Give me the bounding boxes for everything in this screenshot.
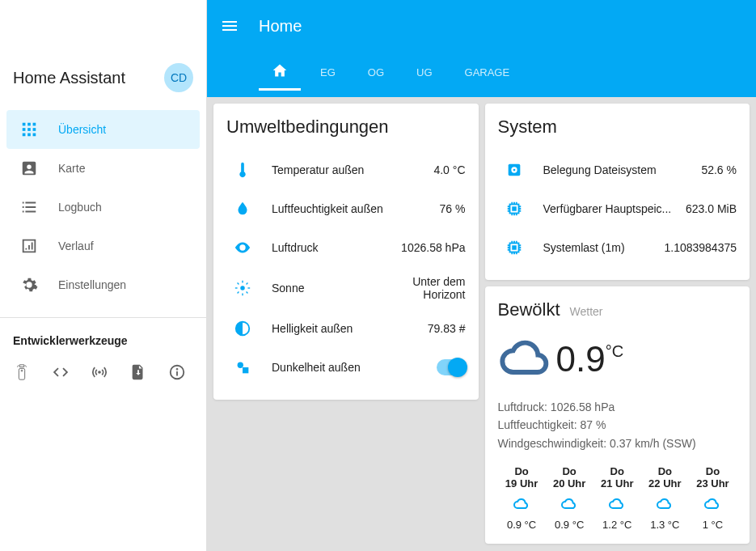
sidebar-item-label: Einstellungen bbox=[58, 278, 126, 291]
sidebar-item-label: Karte bbox=[58, 162, 85, 175]
dev-tools-title: Entwicklerwerkzeuge bbox=[0, 324, 206, 354]
forecast-item: Do 19 Uhr 0.9 °C bbox=[498, 465, 546, 531]
sidebar-item-history[interactable]: Verlauf bbox=[6, 227, 200, 265]
forecast-time: 22 Uhr bbox=[641, 477, 689, 490]
weather-humidity: Luftfeuchtigkeit: 87 % bbox=[498, 416, 737, 434]
cloud-icon bbox=[512, 494, 531, 514]
weather-pressure: Luftdruck: 1026.58 hPa bbox=[498, 398, 737, 416]
main: Home EG OG UG GARAGE Umweltbedingungen T… bbox=[207, 0, 756, 551]
svg-rect-7 bbox=[27, 134, 31, 137]
menu-icon[interactable] bbox=[220, 16, 239, 36]
sidebar-item-overview[interactable]: Übersicht bbox=[6, 110, 200, 149]
svg-rect-1 bbox=[27, 123, 31, 126]
sidebar-item-map[interactable]: Karte bbox=[6, 149, 200, 188]
sensor-value: 79.83 # bbox=[428, 322, 466, 335]
svg-point-12 bbox=[240, 286, 245, 290]
thermometer-icon bbox=[226, 161, 259, 179]
weather-subtitle: Wetter bbox=[570, 305, 603, 318]
sun-icon bbox=[226, 279, 259, 297]
account-box-icon bbox=[19, 159, 39, 178]
sensor-value: 4.0 °C bbox=[433, 163, 465, 176]
avatar[interactable]: CD bbox=[164, 63, 193, 92]
forecast-temp: 0.9 °C bbox=[498, 519, 546, 531]
svg-rect-8 bbox=[33, 134, 36, 137]
tab-ug[interactable]: UG bbox=[403, 57, 446, 91]
sensor-row-pressure[interactable]: Luftdruck 1026.58 hPa bbox=[226, 228, 466, 267]
forecast-day: Do bbox=[689, 465, 737, 477]
code-icon[interactable] bbox=[52, 363, 71, 383]
cloud-icon bbox=[607, 494, 627, 514]
forecast-temp: 1.3 °C bbox=[641, 519, 689, 531]
temp-unit: °C bbox=[606, 342, 623, 361]
remote-icon[interactable] bbox=[13, 363, 32, 383]
sensor-row-sun[interactable]: Sonne Unter dem Horizont bbox=[226, 267, 466, 309]
forecast-item: Do 23 Uhr 1 °C bbox=[689, 465, 737, 531]
broadcast-icon[interactable] bbox=[91, 363, 110, 383]
forecast-temp: 1 °C bbox=[689, 519, 737, 531]
sidebar-nav: Übersicht Karte Logbuch Verlauf Einstell… bbox=[0, 104, 206, 311]
temp-value: 0.9 bbox=[556, 339, 606, 379]
cloud-icon bbox=[703, 494, 722, 514]
card-environment: Umweltbedingungen Temperatur außen 4.0 °… bbox=[213, 104, 479, 400]
darkness-switch[interactable] bbox=[437, 359, 466, 375]
sensor-row-darkness[interactable]: Dunkelheit außen bbox=[226, 348, 466, 387]
col-right: System Belegung Dateisystem 52.6 % Verfü… bbox=[485, 104, 750, 545]
sensor-value: 76 % bbox=[440, 202, 466, 215]
weather-wind: Windgeschwindigkeit: 0.37 km/h (SSW) bbox=[498, 434, 737, 452]
theme-icon bbox=[226, 358, 259, 376]
sensor-row-temperature[interactable]: Temperatur außen 4.0 °C bbox=[226, 150, 466, 189]
sensor-value: 1026.58 hPa bbox=[401, 241, 465, 254]
tab-home[interactable] bbox=[259, 53, 301, 91]
weather-header: Bewölkt Wetter bbox=[498, 299, 737, 320]
info-icon[interactable] bbox=[168, 363, 188, 383]
svg-line-17 bbox=[238, 283, 239, 285]
svg-line-19 bbox=[238, 292, 239, 294]
file-icon[interactable] bbox=[129, 363, 149, 383]
page-title: Home bbox=[259, 17, 302, 36]
sensor-row-humidity[interactable]: Luftfeuchtigkeit außen 76 % bbox=[226, 189, 466, 228]
cloud-icon bbox=[560, 494, 579, 514]
sensor-label: Sonne bbox=[272, 282, 356, 295]
sensor-label: Luftdruck bbox=[272, 241, 388, 254]
sidebar-item-label: Übersicht bbox=[58, 123, 106, 136]
contrast-icon bbox=[226, 320, 259, 337]
weather-forecast: Do 19 Uhr 0.9 °C Do 20 Uhr 0.9 °C Do 21 … bbox=[498, 465, 737, 531]
tab-garage[interactable]: GARAGE bbox=[452, 57, 523, 91]
svg-rect-2 bbox=[33, 123, 36, 126]
sensor-value: 1.1083984375 bbox=[664, 241, 737, 254]
sensor-row-disk[interactable]: Belegung Dateisystem 52.6 % bbox=[498, 150, 737, 189]
sensor-row-load[interactable]: Systemlast (1m) 1.1083984375 bbox=[498, 228, 737, 267]
water-drop-icon bbox=[226, 200, 259, 218]
sidebar-item-settings[interactable]: Einstellungen bbox=[6, 265, 200, 304]
sidebar-item-label: Verlauf bbox=[58, 239, 94, 252]
gear-icon bbox=[19, 275, 39, 295]
dashboard-icon bbox=[19, 120, 39, 139]
tab-eg[interactable]: EG bbox=[307, 57, 348, 91]
sidebar-item-label: Logbuch bbox=[58, 201, 102, 214]
home-icon bbox=[272, 62, 288, 78]
tab-og[interactable]: OG bbox=[355, 57, 397, 91]
sensor-row-brightness[interactable]: Helligkeit außen 79.83 # bbox=[226, 309, 466, 348]
sensor-label: Temperatur außen bbox=[272, 163, 420, 176]
eye-icon bbox=[226, 239, 259, 256]
svg-rect-28 bbox=[512, 206, 517, 211]
svg-point-26 bbox=[513, 169, 515, 172]
svg-rect-23 bbox=[243, 367, 248, 373]
weather-condition: Bewölkt bbox=[498, 299, 560, 320]
sidebar-item-logbook[interactable]: Logbuch bbox=[6, 188, 200, 227]
content: Umweltbedingungen Temperatur außen 4.0 °… bbox=[207, 97, 756, 551]
forecast-time: 20 Uhr bbox=[546, 477, 593, 490]
forecast-day: Do bbox=[498, 465, 546, 477]
forecast-time: 23 Uhr bbox=[689, 477, 737, 490]
sensor-value: 623.0 MiB bbox=[686, 202, 737, 215]
forecast-time: 21 Uhr bbox=[593, 477, 641, 490]
forecast-time: 19 Uhr bbox=[498, 477, 546, 490]
topbar-row: Home bbox=[220, 0, 743, 52]
topbar: Home EG OG UG GARAGE bbox=[207, 0, 756, 97]
chip-icon bbox=[498, 239, 530, 256]
svg-rect-30 bbox=[512, 245, 517, 250]
harddisk-icon bbox=[498, 161, 530, 179]
svg-line-18 bbox=[247, 292, 248, 294]
sensor-row-memory[interactable]: Verfügbarer Hauptspeic... 623.0 MiB bbox=[498, 189, 737, 228]
app-title: Home Assistant bbox=[13, 69, 125, 87]
